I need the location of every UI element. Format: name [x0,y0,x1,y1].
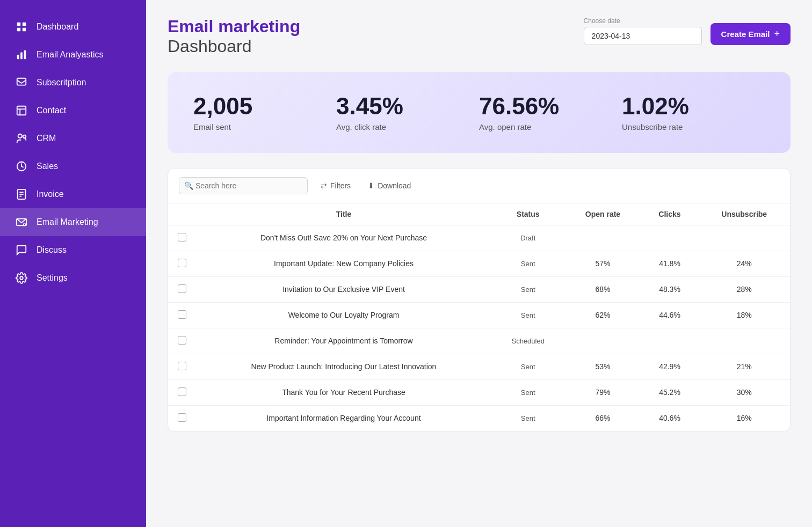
sidebar-item-discuss[interactable]: Discuss [0,236,146,264]
table-row: Don't Miss Out! Save 20% on Your Next Pu… [168,225,790,251]
row-open-rate-3: 62% [564,302,641,328]
crm-icon [15,132,28,145]
svg-rect-8 [17,106,26,115]
row-checkbox-5[interactable] [178,362,186,370]
discuss-icon [15,244,28,257]
row-status-3: Sent [491,302,564,328]
stat-email-sent: 2,005 Email sent [193,93,336,131]
row-clicks-0 [641,225,699,251]
svg-point-11 [18,134,22,138]
sidebar-label-email-marketing: Email Marketing [37,217,98,227]
row-status-7: Sent [491,405,564,431]
row-clicks-6: 45.2% [641,379,699,405]
sidebar-item-dashboard[interactable]: Dashboard [0,13,146,41]
sidebar-item-crm[interactable]: CRM [0,125,146,152]
stat-label-email-sent: Email sent [193,122,336,131]
row-clicks-4 [641,328,699,354]
svg-rect-2 [17,28,20,31]
stat-open-rate: 76.56% Avg. open rate [479,93,622,131]
row-checkbox-cell [168,276,196,302]
row-checkbox-cell [168,302,196,328]
table-toolbar: 🔍 ⇄ Filters ⬇ Download [168,169,790,203]
col-status: Status [491,203,564,225]
table-row: Welcome to Our Loyalty Program Sent 62% … [168,302,790,328]
row-clicks-7: 40.6% [641,405,699,431]
sidebar-item-sales[interactable]: Sales [0,152,146,180]
row-clicks-2: 48.3% [641,276,699,302]
row-checkbox-0[interactable] [178,233,186,241]
contact-icon [15,104,28,117]
filter-icon: ⇄ [321,181,327,190]
svg-rect-1 [23,23,26,26]
row-status-2: Sent [491,276,564,302]
row-unsubscribe-2: 28% [698,276,790,302]
create-email-button[interactable]: Create Email + [711,23,791,45]
svg-rect-0 [17,23,20,26]
row-unsubscribe-3: 18% [698,302,790,328]
sales-icon [15,160,28,173]
stat-label-open-rate: Avg. open rate [479,122,622,131]
search-icon: 🔍 [184,181,193,190]
title-group: Email marketing Dashboard [168,17,300,57]
date-input[interactable] [584,27,702,45]
page-header: Email marketing Dashboard Choose date Cr… [168,17,791,57]
row-status-5: Sent [491,354,564,379]
download-icon: ⬇ [368,181,374,190]
create-email-label: Create Email [721,30,770,39]
svg-rect-4 [17,55,19,59]
row-checkbox-cell [168,251,196,276]
download-label: Download [378,181,411,190]
table-row: Important Update: New Company Policies S… [168,251,790,276]
sidebar-item-email-marketing[interactable]: Email Marketing [0,208,146,236]
sidebar-label-contact: Contact [37,106,66,115]
svg-rect-3 [23,28,26,31]
row-open-rate-0 [564,225,641,251]
row-checkbox-3[interactable] [178,310,186,319]
row-clicks-1: 41.8% [641,251,699,276]
stat-label-click-rate: Avg. click rate [336,122,479,131]
sidebar-item-subscription[interactable]: Subscritption [0,69,146,97]
row-unsubscribe-6: 30% [698,379,790,405]
row-unsubscribe-0 [698,225,790,251]
row-title-7: Important Information Regarding Your Acc… [196,405,491,431]
row-status-4: Scheduled [491,328,564,354]
email-table-section: 🔍 ⇄ Filters ⬇ Download Title Status Open… [168,168,791,431]
settings-icon [15,272,28,284]
row-checkbox-2[interactable] [178,284,186,293]
sidebar-label-email-analytics: Email Analyastics [37,50,104,60]
row-status-1: Sent [491,251,564,276]
row-open-rate-1: 57% [564,251,641,276]
stat-value-unsubscribe-rate: 1.02% [622,93,765,119]
row-checkbox-cell [168,405,196,431]
row-clicks-3: 44.6% [641,302,699,328]
sidebar-item-settings[interactable]: Settings [0,264,146,292]
row-title-5: New Product Launch: Introducing Our Late… [196,354,491,379]
row-title-1: Important Update: New Company Policies [196,251,491,276]
sidebar-item-contact[interactable]: Contact [0,97,146,125]
page-title-bottom: Dashboard [168,36,300,56]
row-checkbox-4[interactable] [178,336,186,345]
row-checkbox-cell [168,328,196,354]
table-row: Reminder: Your Appointment is Tomorrow S… [168,328,790,354]
email-table: Title Status Open rate Clicks Unsubscrib… [168,203,790,431]
sidebar-label-invoice: Invoice [37,189,64,199]
row-status-6: Sent [491,379,564,405]
sidebar-label-sales: Sales [37,162,58,171]
stat-value-email-sent: 2,005 [193,93,336,119]
search-input[interactable] [179,177,308,194]
sidebar-item-email-analytics[interactable]: Email Analyastics [0,41,146,69]
download-button[interactable]: ⬇ Download [364,179,415,192]
date-picker-group: Choose date [584,17,702,45]
row-unsubscribe-7: 16% [698,405,790,431]
row-title-2: Invitation to Our Exclusive VIP Event [196,276,491,302]
row-checkbox-7[interactable] [178,413,186,422]
row-checkbox-cell [168,354,196,379]
row-checkbox-6[interactable] [178,387,186,396]
table-row: Thank You for Your Recent Purchase Sent … [168,379,790,405]
sidebar-item-invoice[interactable]: Invoice [0,180,146,208]
row-clicks-5: 42.9% [641,354,699,379]
row-checkbox-1[interactable] [178,259,186,267]
filters-button[interactable]: ⇄ Filters [316,179,355,192]
sidebar-label-discuss: Discuss [37,245,67,255]
svg-point-21 [20,276,23,280]
